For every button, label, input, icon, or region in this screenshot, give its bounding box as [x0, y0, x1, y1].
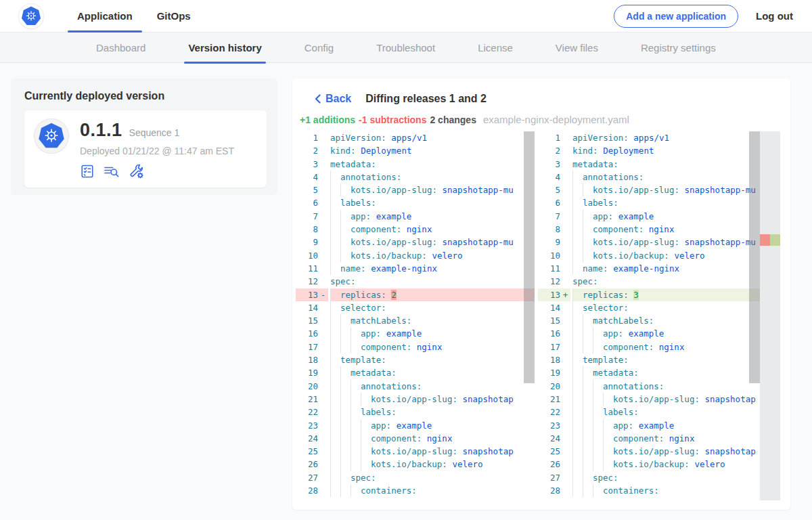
diff-line: 10kots.io/backup: velero — [296, 249, 535, 262]
deployed-version-card: 0.1.1 Sequence 1 Deployed 01/21/22 @ 11:… — [24, 110, 267, 188]
diff-line: 17component: nginx — [538, 341, 780, 353]
diff-line: 4annotations: — [538, 171, 780, 183]
diff-line: 27spec: — [296, 471, 535, 484]
diff-title: Diffing releases 1 and 2 — [365, 93, 487, 105]
kubernetes-logo-icon — [19, 4, 43, 28]
diff-line: 2kind: Deployment — [538, 144, 780, 157]
top-nav: Application GitOps Add a new application… — [0, 0, 812, 32]
tab-registry-settings[interactable]: Registry settings — [625, 32, 732, 63]
changes-count: 2 changes — [430, 114, 476, 125]
deployed-timestamp: Deployed 01/21/22 @ 11:47 am EST — [80, 146, 234, 156]
overview-ruler[interactable] — [760, 131, 780, 500]
diff-line: 27spec: — [538, 471, 780, 484]
diff-line: 25kots.io/app-slug: snapshotap — [296, 445, 535, 458]
tab-dashboard[interactable]: Dashboard — [80, 32, 162, 63]
diff-line: 7app: example — [538, 210, 780, 223]
tab-license[interactable]: License — [461, 32, 529, 63]
add-application-button[interactable]: Add a new application — [614, 5, 738, 28]
subtractions-count: -1 subtractions — [359, 114, 426, 125]
diff-line: 13+replicas: 3 — [538, 288, 780, 301]
additions-count: +1 additions — [300, 114, 355, 125]
diff-line: 1apiVersion: apps/v1 — [296, 131, 535, 144]
tab-config[interactable]: Config — [288, 32, 350, 63]
diff-line: 15matchLabels: — [296, 314, 535, 327]
diff-line: 11name: example-nginx — [538, 262, 780, 275]
diff-line: 24component: nginx — [296, 432, 535, 445]
diff-line: 23app: example — [296, 419, 535, 432]
diff-line: 17component: nginx — [296, 341, 535, 353]
diff-line: 20annotations: — [296, 380, 535, 393]
diff-line: 22labels: — [538, 406, 780, 418]
logout-link[interactable]: Log out — [756, 10, 793, 22]
left-scrollbar-thumb[interactable] — [524, 131, 535, 383]
config-wrench-icon[interactable] — [129, 163, 145, 179]
tab-view-files[interactable]: View files — [539, 32, 614, 63]
diff-line: 18template: — [296, 353, 535, 366]
sequence-label: Sequence 1 — [129, 127, 180, 138]
app-sub-nav: Dashboard Version history Config Trouble… — [0, 32, 812, 63]
back-button[interactable]: Back — [315, 93, 351, 105]
diff-line: 28containers: — [538, 484, 780, 497]
diff-line: 16app: example — [538, 327, 780, 340]
diff-line: 3metadata: — [538, 158, 780, 171]
diff-line: 5kots.io/app-slug: snapshotapp-mu — [538, 183, 780, 196]
version-number: 0.1.1 — [80, 120, 122, 141]
diff-line: 22labels: — [296, 406, 535, 418]
diff-card: Back Diffing releases 1 and 2 +1 additio… — [292, 79, 790, 510]
diff-line: 24component: nginx — [538, 432, 780, 445]
ruler-removed-marker — [760, 234, 770, 246]
diff-line: 21kots.io/app-slug: snapshotap — [296, 393, 535, 406]
diff-line: 20annotations: — [538, 380, 780, 393]
ruler-added-marker — [770, 234, 780, 246]
diff-line: 19metadata: — [538, 366, 780, 379]
view-logs-icon[interactable] — [104, 164, 120, 179]
diff-line: 23app: example — [538, 419, 780, 432]
diff-line: 5kots.io/app-slug: snapshotapp-mu — [296, 183, 535, 196]
diff-line: 6labels: — [538, 196, 780, 209]
diff-line: 12spec: — [538, 275, 780, 288]
chevron-left-icon — [315, 94, 321, 104]
diff-line: 14selector: — [538, 301, 780, 314]
diff-line: 1apiVersion: apps/v1 — [538, 131, 780, 144]
diff-line: 21kots.io/app-slug: snapshotap — [538, 393, 780, 406]
diff-line: 11name: example-nginx — [296, 262, 535, 275]
tab-application[interactable]: Application — [65, 0, 145, 32]
diff-line: 26kots.io/backup: velero — [296, 458, 535, 471]
diff-line: 13-replicas: 2 — [296, 288, 535, 301]
diff-line: 7app: example — [296, 210, 535, 223]
diff-line: 14selector: — [296, 301, 535, 314]
diff-filename: example-nginx-deployment.yaml — [483, 114, 629, 125]
diff-line: 28containers: — [296, 484, 535, 497]
tab-version-history[interactable]: Version history — [172, 32, 277, 63]
tab-gitops[interactable]: GitOps — [145, 0, 203, 32]
diff-line: 26kots.io/backup: velero — [538, 458, 780, 471]
diff-line: 16app: example — [296, 327, 535, 340]
diff-panel-left: 1apiVersion: apps/v12kind: Deployment3me… — [296, 131, 535, 500]
diff-line: 25kots.io/app-slug: snapshotap — [538, 445, 780, 458]
diff-line: 12spec: — [296, 275, 535, 288]
diff-line: 8component: nginx — [538, 223, 780, 236]
preflight-checklist-icon[interactable] — [80, 164, 95, 179]
deployed-card-title: Currently deployed version — [24, 90, 267, 102]
diff-line: 4annotations: — [296, 171, 535, 183]
diff-line: 6labels: — [296, 196, 535, 209]
currently-deployed-card: Currently deployed version 0.1.1 Sequenc… — [11, 79, 277, 195]
diff-line: 3metadata: — [296, 158, 535, 171]
diff-line: 9kots.io/app-slug: snapshotapp-mu — [538, 236, 780, 248]
diff-line: 18template: — [538, 353, 780, 366]
diff-line: 2kind: Deployment — [296, 144, 535, 157]
diff-line: 19metadata: — [296, 366, 535, 379]
top-nav-tabs: Application GitOps — [65, 0, 203, 32]
right-scrollbar-thumb[interactable] — [749, 131, 760, 383]
diff-panel-right: 1apiVersion: apps/v12kind: Deployment3me… — [538, 131, 780, 500]
diff-line: 15matchLabels: — [538, 314, 780, 327]
diff-line: 10kots.io/backup: velero — [538, 249, 780, 262]
kubernetes-app-icon — [34, 118, 69, 154]
diff-line: 9kots.io/app-slug: snapshotapp-mu — [296, 236, 535, 248]
diff-line: 8component: nginx — [296, 223, 535, 236]
diff-stats: +1 additions -1 subtractions 2 changes e… — [300, 114, 778, 125]
tab-troubleshoot[interactable]: Troubleshoot — [360, 32, 451, 63]
